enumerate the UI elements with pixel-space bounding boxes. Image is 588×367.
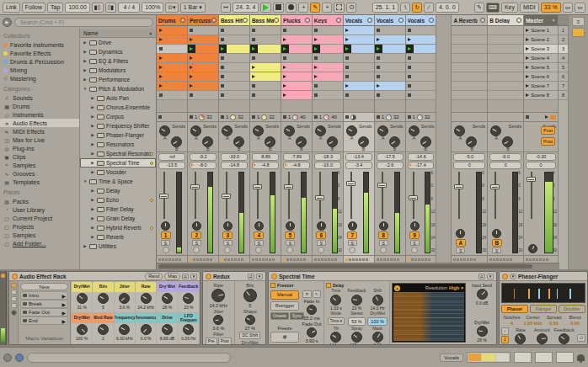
stop-button[interactable] — [273, 3, 284, 13]
rate-value[interactable]: 14.2 kHz — [209, 303, 227, 308]
clip-launch-button[interactable] — [250, 82, 258, 90]
stereo-value[interactable]: 53 % — [348, 317, 366, 326]
clip-launch-button[interactable] — [313, 72, 320, 81]
clip-slot[interactable] — [344, 63, 374, 72]
computer-midi-keyboard-button[interactable]: ⌨ — [486, 3, 500, 13]
clip-launch-button[interactable] — [157, 82, 164, 90]
device-on-toggle[interactable] — [206, 274, 211, 279]
clip-slot[interactable] — [188, 91, 218, 100]
browser-item-chorus-ensemble[interactable]: ▶Chorus-Ensemble — [80, 103, 156, 112]
clip-launch-button[interactable] — [157, 72, 164, 81]
browser-item-vocoder[interactable]: ▶Vocoder — [80, 168, 156, 177]
clip-slot[interactable] — [188, 82, 218, 91]
expand-arrow-icon[interactable]: ▶ — [83, 50, 88, 54]
clip-slot[interactable] — [157, 35, 187, 45]
clip-slot[interactable] — [313, 72, 343, 82]
feedback-knob[interactable] — [351, 295, 362, 306]
phase-invert-button[interactable]: ∅ — [577, 334, 585, 342]
session-record-button[interactable]: O — [346, 3, 356, 13]
volume-value[interactable]: -7.89 — [283, 153, 310, 161]
pan-value[interactable]: 0 — [489, 162, 521, 169]
pan-knob[interactable] — [379, 221, 388, 231]
browser-item-modulators[interactable]: ▶Modulators — [80, 66, 156, 75]
clip-launch-button[interactable] — [219, 82, 227, 90]
browser-item-hybrid-reverb[interactable]: ▶Hybrid Reverb — [80, 223, 156, 232]
param-value[interactable]: 0.00 — [570, 321, 580, 327]
clip-slot[interactable] — [344, 45, 374, 54]
expand-arrow-icon[interactable]: ▶ — [90, 161, 95, 165]
search-input[interactable] — [14, 18, 153, 27]
freezer-toggle[interactable] — [270, 283, 275, 288]
feedback-value[interactable]: 16 % — [559, 344, 569, 345]
clip-slot[interactable] — [188, 45, 218, 54]
expand-arrow-icon[interactable]: ▶ — [90, 207, 95, 211]
browser-item-eq-filters[interactable]: ▶EQ & Filters — [80, 56, 156, 66]
clip-launch-button[interactable] — [157, 54, 164, 62]
scene-number[interactable]: 1 — [559, 26, 568, 35]
recall-arrow-icon[interactable]: ▶ — [61, 318, 66, 324]
volume-fader[interactable] — [284, 172, 294, 219]
quantization-menu[interactable]: 1 Bar ▾ — [180, 3, 206, 13]
scene-overview-icon[interactable]: ≡ — [572, 17, 585, 26]
clip-launch-button[interactable] — [219, 63, 227, 72]
volume-fader[interactable] — [315, 172, 325, 219]
expand-arrow-icon[interactable]: ▶ — [90, 124, 95, 128]
clip-launch-button[interactable] — [157, 35, 164, 44]
hot-swap-icon[interactable]: ⇄ — [478, 274, 485, 279]
param-value[interactable]: 0.50 — [549, 321, 559, 327]
empty-slot[interactable] — [452, 45, 487, 54]
clip-launch-button[interactable] — [281, 82, 289, 90]
macro-knob[interactable] — [183, 293, 194, 304]
clip-slot[interactable] — [406, 72, 436, 82]
clip-slot[interactable] — [250, 91, 281, 100]
sidebar-item-plug-ins[interactable]: ◎Plug-Ins — [0, 144, 79, 152]
clip-slot[interactable] — [344, 82, 374, 91]
rate-knob[interactable] — [515, 333, 526, 344]
clip-slot[interactable] — [188, 63, 218, 72]
clip-launch-button[interactable] — [344, 45, 351, 53]
spray-value[interactable]: 165 ms — [350, 343, 363, 344]
clip-launch-button[interactable] — [188, 45, 195, 53]
clip-slot[interactable] — [219, 54, 249, 63]
clip-slot[interactable] — [344, 26, 374, 35]
volume-value[interactable]: -33.0 — [221, 153, 248, 161]
expand-arrow-icon[interactable]: ▶ — [90, 152, 95, 156]
clip-launch-button[interactable] — [250, 91, 258, 99]
volume-value[interactable]: -17.5 — [377, 153, 404, 161]
clip-launch-button[interactable] — [250, 35, 258, 44]
clip-slot[interactable] — [313, 45, 343, 54]
clip-launch-button[interactable] — [313, 91, 320, 99]
browser-item-auto-pan[interactable]: ▶Auto Pan — [80, 93, 156, 103]
pan-value[interactable]: -4.8 — [283, 162, 310, 169]
track-header[interactable]: Vocals — [344, 15, 374, 26]
volume-fader[interactable] — [253, 172, 263, 219]
pan-value[interactable]: -8.0 — [190, 162, 216, 169]
punch-in-button[interactable]: ∖ — [400, 3, 410, 13]
param-value[interactable]: 1.00 kHz — [523, 321, 542, 327]
pan-knob[interactable] — [223, 221, 233, 231]
macro-knob[interactable] — [98, 293, 109, 304]
browser-item-frequency-shifter[interactable]: ▶Frequency Shifter — [80, 121, 156, 130]
solo-button[interactable]: S — [456, 247, 465, 253]
side-drywet-knob[interactable] — [477, 326, 488, 337]
clip-slot[interactable] — [188, 72, 218, 82]
clip-launch-button[interactable] — [406, 54, 414, 62]
empty-slot[interactable] — [488, 26, 523, 35]
clip-launch-button[interactable] — [281, 54, 289, 62]
volume-value[interactable]: -inf — [158, 153, 185, 161]
expand-arrow-icon[interactable]: ▶ — [90, 226, 95, 230]
clip-launch-button[interactable] — [375, 45, 382, 53]
input-send-value[interactable]: 0.0 dB — [476, 301, 488, 306]
expand-arrow-icon[interactable]: ▶ — [90, 105, 95, 109]
resolution-value[interactable]: High — [449, 285, 459, 290]
fade-out-value[interactable]: 3.90 s — [306, 338, 318, 343]
solo-button[interactable]: S — [192, 240, 201, 246]
pan-value[interactable]: 0 — [453, 162, 485, 169]
draw-mode-button[interactable]: ✎ — [310, 3, 320, 13]
clip-launch-button[interactable] — [406, 35, 414, 44]
browser-item-echo[interactable]: ▶Echo — [80, 195, 156, 205]
expand-arrow-icon[interactable]: ▼ — [83, 179, 88, 184]
track-header[interactable]: Bass Hits — [219, 15, 249, 26]
device-chain-overview[interactable] — [467, 352, 510, 363]
capture-midi-button[interactable] — [334, 3, 345, 13]
